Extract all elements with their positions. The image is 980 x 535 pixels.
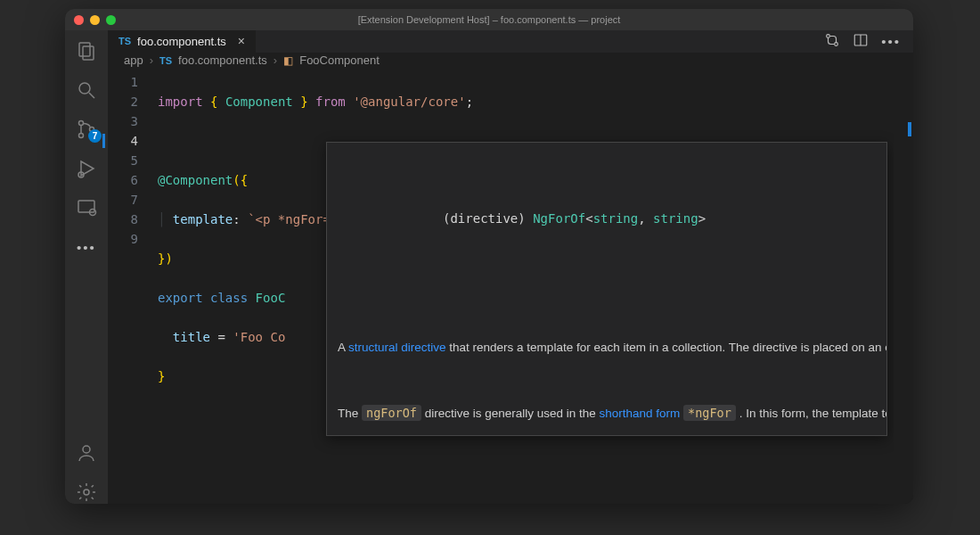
scm-badge: 7	[88, 129, 102, 143]
compare-changes-icon[interactable]	[824, 32, 840, 51]
breadcrumb-seg[interactable]: foo.component.ts	[178, 54, 267, 67]
svg-point-13	[827, 35, 830, 38]
svg-line-3	[89, 93, 94, 98]
remote-icon[interactable]	[75, 196, 98, 219]
breadcrumb-seg[interactable]: FooComponent	[299, 54, 380, 67]
line-gutter: 1 2 3 4 5 6 7 8 9	[108, 69, 151, 504]
svg-point-11	[83, 446, 90, 453]
svg-point-2	[79, 83, 90, 94]
breadcrumb[interactable]: app › TS foo.component.ts › ◧ FooCompone…	[108, 53, 913, 69]
activity-bar: 7 •••	[65, 30, 108, 504]
editor-body: 7 ••• TS foo.component.ts ×	[65, 30, 913, 504]
chevron-right-icon: ›	[150, 54, 153, 67]
minimize-window-button[interactable]	[90, 15, 100, 25]
titlebar[interactable]: [Extension Development Host] – foo.compo…	[65, 9, 913, 30]
class-symbol-icon: ◧	[283, 54, 293, 67]
svg-rect-1	[83, 46, 94, 60]
more-actions-icon[interactable]: •••	[881, 34, 901, 49]
typescript-file-icon: TS	[118, 36, 131, 46]
tab-label: foo.component.ts	[137, 35, 226, 48]
editor-actions: •••	[812, 30, 913, 53]
svg-point-14	[835, 43, 838, 46]
tab-foo-component[interactable]: TS foo.component.ts ×	[108, 30, 257, 53]
tab-bar: TS foo.component.ts × •••	[108, 30, 913, 53]
run-debug-icon[interactable]	[75, 157, 98, 180]
source-control-icon[interactable]: 7	[75, 118, 98, 141]
svg-rect-0	[79, 43, 90, 56]
minimap-cursor	[908, 122, 911, 136]
svg-point-12	[84, 490, 89, 495]
hover-signature: (directive) NgForOf<string, string>	[327, 182, 886, 253]
structural-directive-link[interactable]: structural directive	[348, 341, 446, 354]
svg-point-4	[79, 121, 84, 126]
svg-rect-9	[78, 201, 94, 212]
editor-window: [Extension Development Host] – foo.compo…	[65, 9, 913, 504]
typescript-file-icon: TS	[159, 55, 172, 66]
search-icon[interactable]	[75, 78, 98, 102]
window-title: [Extension Development Host] – foo.compo…	[65, 14, 913, 25]
editor-area: TS foo.component.ts × ••• app › TS foo.c…	[108, 30, 913, 504]
minimap[interactable]	[894, 69, 913, 504]
svg-point-5	[79, 134, 84, 138]
explorer-icon[interactable]	[75, 39, 98, 62]
account-icon[interactable]	[75, 441, 98, 465]
split-editor-icon[interactable]	[853, 32, 869, 51]
window-traffic-lights	[74, 15, 116, 25]
maximize-window-button[interactable]	[106, 15, 116, 25]
code-editor[interactable]: 1 2 3 4 5 6 7 8 9 import { Component } f…	[108, 69, 913, 504]
chevron-right-icon: ›	[274, 54, 277, 67]
settings-gear-icon[interactable]	[75, 481, 98, 504]
shorthand-form-link[interactable]: shorthand form	[600, 407, 681, 420]
close-window-button[interactable]	[74, 15, 84, 25]
more-icon[interactable]: •••	[75, 235, 98, 259]
breadcrumb-seg[interactable]: app	[124, 54, 143, 67]
hover-tooltip[interactable]: (directive) NgForOf<string, string> A st…	[326, 142, 887, 436]
hover-doc: A structural directive that renders a te…	[327, 292, 886, 436]
code-content[interactable]: import { Component } from '@angular/core…	[151, 69, 913, 504]
close-tab-icon[interactable]: ×	[238, 34, 245, 48]
